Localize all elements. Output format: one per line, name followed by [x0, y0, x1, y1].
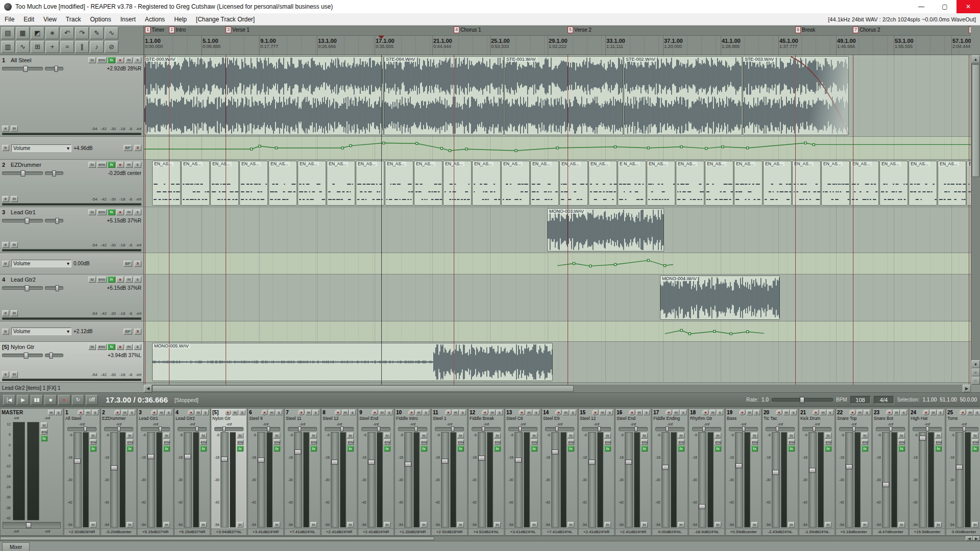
media-item[interactable]: EN_AS...: [414, 161, 443, 206]
envelope-panel[interactable]: tr Volume ▾ 0.00dB BP X: [0, 253, 143, 274]
fx-button[interactable]: fx: [108, 277, 115, 283]
pan-slider-handle[interactable]: [195, 427, 199, 432]
envelope-button[interactable]: env: [751, 439, 758, 445]
envelope-selector[interactable]: Volume ▾: [11, 260, 71, 267]
strip-name[interactable]: Toms: [946, 416, 980, 422]
record-arm-button[interactable]: ●: [408, 410, 415, 415]
envelope-button[interactable]: env: [97, 162, 107, 168]
fx-button[interactable]: fx: [641, 446, 648, 452]
mute-button[interactable]: m: [746, 410, 753, 415]
envelope-button[interactable]: env: [788, 439, 795, 445]
render-icon[interactable]: ∿: [105, 27, 118, 39]
pan-slider[interactable]: [545, 427, 574, 431]
input-button[interactable]: in: [935, 522, 942, 528]
media-item[interactable]: E N_AS...: [618, 161, 646, 206]
volume-fader-handle[interactable]: [883, 482, 889, 487]
selection-length[interactable]: 50.0.00: [960, 397, 977, 403]
strip-name[interactable]: Steel 11: [285, 416, 320, 422]
volume-fader[interactable]: [74, 432, 82, 528]
media-item[interactable]: EN_AS...: [501, 161, 530, 206]
envelope-button[interactable]: env: [935, 439, 942, 445]
pan-slider-handle[interactable]: [813, 427, 816, 432]
io-button[interactable]: io: [200, 433, 207, 438]
env-visibility-button[interactable]: e: [2, 126, 9, 132]
volume-fader-handle[interactable]: [148, 454, 154, 459]
mixer-strip[interactable]: 24 ● m s High Hat -inf -6-18-30-42-54: [909, 408, 945, 536]
record-arm-button[interactable]: ●: [923, 410, 929, 415]
mute-button[interactable]: m: [709, 410, 716, 415]
strip-name[interactable]: Fiddle Ending: [652, 416, 688, 422]
solo-button[interactable]: s: [423, 410, 429, 415]
track-panel[interactable]: 1 All Steel io env fx ● m s +2.9: [0, 55, 143, 137]
mute-button[interactable]: m: [967, 410, 973, 415]
mute-button[interactable]: m: [125, 209, 133, 215]
mixer-scroll-track[interactable]: [0, 536, 966, 541]
lock-icon[interactable]: ⊘: [105, 41, 118, 53]
strip-name[interactable]: Steel End: [616, 416, 651, 422]
input-button[interactable]: in: [347, 522, 354, 528]
mixer-tab[interactable]: Mixer: [2, 542, 30, 551]
envelope-button[interactable]: env: [384, 439, 390, 445]
strip-name[interactable]: All Steel: [64, 416, 100, 422]
pan-fader[interactable]: [45, 67, 63, 70]
solo-button[interactable]: s: [165, 410, 172, 415]
solo-button[interactable]: s: [276, 410, 282, 415]
mute-button[interactable]: m: [125, 57, 133, 63]
rate-slider-handle[interactable]: [800, 397, 804, 403]
record-arm-button[interactable]: ●: [776, 410, 782, 415]
pan-fader[interactable]: [45, 354, 63, 357]
pan-fader-handle[interactable]: [53, 170, 56, 177]
horizontal-scroll-track[interactable]: [152, 385, 963, 392]
pan-slider[interactable]: [214, 427, 243, 431]
fx-button[interactable]: fx: [127, 446, 133, 452]
envelope-curve[interactable]: [144, 137, 971, 159]
pan-slider-handle[interactable]: [223, 427, 226, 432]
selection-start[interactable]: 1.1.00: [922, 397, 937, 403]
mixer-strip[interactable]: 15 ● m s Steel 12 -inf -6-18-30-42-54: [578, 408, 615, 536]
horizontal-scroll-thumb[interactable]: [152, 385, 574, 392]
record-arm-button[interactable]: ●: [849, 410, 856, 415]
envelope-button[interactable]: env: [568, 439, 574, 445]
pan-slider[interactable]: [104, 427, 133, 431]
mixer-strip[interactable]: 1 ● m s All Steel -inf -6-18-30-42-54: [64, 408, 100, 536]
volume-fader-handle[interactable]: [956, 465, 963, 470]
input-button[interactable]: in: [972, 522, 978, 528]
volume-fader[interactable]: [404, 432, 412, 528]
env-visibility-button[interactable]: e: [2, 242, 9, 248]
envelope-button[interactable]: env: [862, 439, 868, 445]
fade-curve[interactable]: [791, 57, 848, 135]
pan-slider-handle[interactable]: [776, 427, 779, 432]
record-arm-button[interactable]: ●: [116, 162, 124, 168]
envelope-button[interactable]: env: [347, 439, 354, 445]
input-button[interactable]: in: [384, 522, 390, 528]
playback-position[interactable]: 17.3.00 / 0:36.666: [106, 395, 168, 404]
strip-name[interactable]: EZDrummer: [101, 416, 136, 422]
strip-name[interactable]: Lead Gtr1: [138, 416, 173, 422]
master-fader-handle[interactable]: [26, 522, 31, 528]
volume-fader[interactable]: [220, 432, 229, 528]
media-item[interactable]: EN_AS...: [763, 161, 792, 206]
envelope-button[interactable]: env: [494, 439, 501, 445]
solo-button[interactable]: s: [134, 162, 141, 168]
envelope-button[interactable]: env: [274, 439, 280, 445]
rate-value[interactable]: 1.0: [762, 397, 769, 403]
media-item[interactable]: EN_AS...: [967, 161, 971, 206]
pan-slider[interactable]: [876, 427, 905, 431]
volume-fader[interactable]: [478, 432, 486, 528]
fx-button[interactable]: fx: [898, 446, 905, 452]
io-button[interactable]: io: [127, 433, 133, 438]
volume-fader[interactable]: [514, 432, 523, 528]
envelope-button[interactable]: env: [163, 439, 170, 445]
media-item[interactable]: EN_AS...: [268, 161, 297, 206]
project-settings-icon[interactable]: ∗: [45, 27, 59, 39]
pan-slider-handle[interactable]: [84, 427, 87, 432]
mute-button[interactable]: m: [526, 410, 532, 415]
fx-button[interactable]: fx: [715, 446, 721, 452]
volume-fader[interactable]: [2, 219, 43, 222]
media-item[interactable]: EN_AS...: [559, 161, 588, 206]
solo-button[interactable]: s: [790, 410, 797, 415]
edit-cursor-flag[interactable]: [378, 36, 384, 42]
pan-slider[interactable]: [361, 427, 390, 431]
volume-fader[interactable]: [2, 354, 43, 357]
pan-slider[interactable]: [472, 427, 501, 431]
